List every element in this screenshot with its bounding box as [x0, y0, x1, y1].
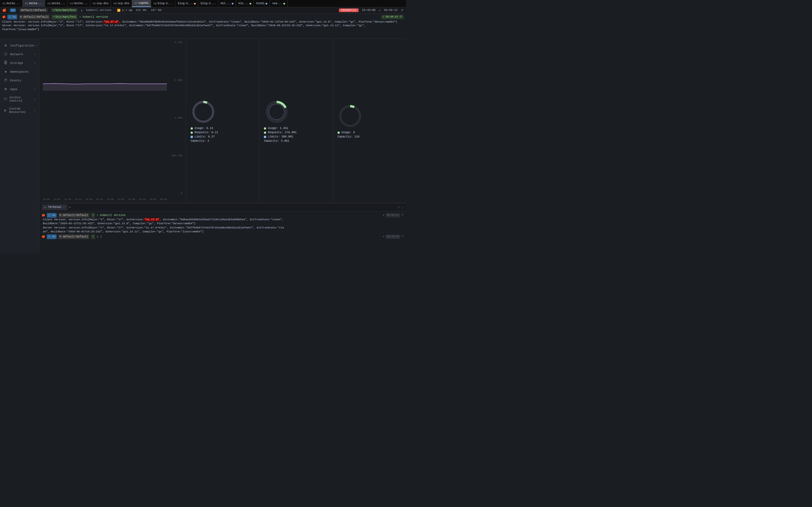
sidebar-item-network[interactable]: ⬡ Network ▸: [0, 50, 39, 59]
kubectl-cmd-term: kubectl version: [100, 213, 125, 217]
sidebar-label-namespaces: Namespaces: [10, 70, 29, 73]
tab-8[interactable]: ⌘8 blog-k...: [151, 0, 175, 7]
y-label-3: 953.7Mi: [168, 154, 183, 157]
sidebar-item-events[interactable]: ⏱ Events: [0, 76, 39, 85]
metric-cards: Usage: 0.13 Requests: 0.21 Limits: 0.27 …: [186, 39, 406, 203]
tab-5[interactable]: ⌘5 ocp-dns: [90, 0, 111, 7]
tab-label: blog-k...: [177, 2, 193, 5]
limits-item: Limits: 0.27: [191, 135, 218, 138]
sidebar-item-storage[interactable]: 🗄 Storage ▸: [0, 59, 39, 67]
tab-label: Hotke...: [29, 2, 43, 5]
top-kubectl-cmd: kubectl version: [83, 15, 108, 19]
usage-item: Usage: 0.13: [191, 127, 218, 130]
sidebar-label-events: Events: [10, 79, 21, 82]
context-badge: ⌾ default/default: [19, 15, 50, 19]
version-highlight: "v1.17.3": [103, 20, 119, 23]
y-label-2: 1.9Gi: [168, 117, 183, 119]
version-highlight-term: "v1.17.4": [144, 218, 160, 221]
tab-10[interactable]: blog-k...: [198, 0, 218, 7]
path-badge-term: ~: [91, 213, 95, 218]
time-display: 23:43:05: [362, 9, 375, 12]
context-badge-term: ⌾ default/default: [58, 213, 89, 218]
tab-7[interactable]: ⌘7 ceph01: [132, 0, 151, 7]
terminal-icon: ▶: [45, 206, 46, 209]
terminal-close-button[interactable]: ✕: [63, 206, 64, 209]
x-label-4: 23:20: [86, 198, 92, 201]
content-area: 3.7Gi 2.8Gi 1.9Gi 953.7Mi 0: [40, 39, 406, 253]
x-label-9: 23:45: [139, 198, 146, 201]
y-label-0: 3.7Gi: [168, 41, 183, 44]
sidebar-item-access-control[interactable]: 🛡 Access Control ▸: [0, 94, 39, 105]
terminal-expand-button[interactable]: ⤢ ⌄: [398, 205, 404, 209]
go-badge-term2: ⬡ Go: [47, 234, 57, 239]
sidebar-item-namespaces[interactable]: ◈ Namespaces: [0, 67, 39, 76]
tab-1[interactable]: ⌘1 Hotke...: [0, 0, 22, 7]
tab-3[interactable]: ⌘3 Hotke...: [45, 0, 68, 7]
network-in: 📶 5.7 GB: [117, 9, 132, 12]
server-version-line: Server Version: version.Info{Major:"1", …: [2, 24, 404, 31]
line-chart-container: 3.7Gi 2.8Gi 1.9Gi 953.7Mi 0: [43, 41, 183, 201]
tab-14[interactable]: sea...: [270, 0, 288, 7]
cpu-legend: Usage: 0.13 Requests: 0.21 Limits: 0.27 …: [191, 127, 218, 143]
chevron-right-icon: ▸: [35, 109, 36, 112]
tab-6[interactable]: ⌘6 ocp-dns: [111, 0, 132, 7]
cpu-memory-chart: 3.7Gi 2.8Gi 1.9Gi 953.7Mi 0: [40, 39, 186, 203]
sidebar-label-custom-resources: Custom Resources: [9, 107, 32, 114]
tab-num: ⌘5: [93, 2, 96, 5]
apps-icon: ⊞: [3, 87, 8, 91]
terminal-tab[interactable]: ▶ Terminal ✕: [42, 205, 67, 210]
namespaces-icon: ◈: [3, 69, 8, 74]
chevron-right-icon: ▸: [37, 44, 38, 47]
timer-icon: ⏱: [401, 9, 404, 12]
terminal-content: 🍎 ⬡ Go ⌾ default/default ~ ❯ kubectl ver…: [40, 211, 406, 253]
limits-label: Limits: 0.27: [195, 135, 215, 138]
tab-label: Hot...: [220, 2, 231, 5]
tab-label: k3s01: [256, 2, 264, 5]
usage-dot: [264, 127, 266, 129]
tab-num: ⌘8: [153, 2, 157, 5]
x-label-0: 23:00: [43, 198, 50, 201]
sidebar-item-configuration[interactable]: ⚙ Configuration ▸: [0, 41, 39, 50]
limits-label: Limits: 390.0Mi: [268, 135, 293, 138]
requests-label: Requests: 0.21: [195, 131, 218, 134]
terminal-add-button[interactable]: +: [68, 205, 71, 210]
cpu-donut: [191, 99, 216, 124]
svg-point-12: [340, 106, 360, 126]
usage-dot: [191, 127, 193, 129]
tab-4[interactable]: ⌘4 Hotke...: [68, 0, 90, 7]
tab-ceph01[interactable]: ⌘2 Hotke...: [22, 0, 45, 7]
tab-label: ocp-dns: [117, 2, 130, 5]
sidebar-item-custom-resources[interactable]: ⚙ Custom Resources ▸: [0, 105, 39, 116]
path-badge-term2: ~: [91, 234, 95, 239]
chevron-right-icon: ▸: [35, 53, 36, 56]
charts-area: 3.7Gi 2.8Gi 1.9Gi 953.7Mi 0: [40, 39, 406, 203]
context-badge-term2: ⌾ default/default: [58, 234, 89, 239]
checkmark-icon: ✓: [379, 9, 380, 12]
limits-item: Limits: 390.0Mi: [264, 135, 297, 138]
tab-13[interactable]: k3s01: [254, 0, 270, 7]
path-indicator: ~/bin/manifest: [51, 8, 78, 12]
sidebar-item-apps[interactable]: ⊞ Apps ▸: [0, 85, 39, 94]
tab-9[interactable]: blog-k...: [175, 0, 198, 7]
go-indicator: Go: [10, 8, 16, 12]
context-indicator: default/default: [19, 8, 48, 12]
y-label-4: 0: [168, 192, 183, 195]
sigint-indicator: SIGINT(2): [339, 8, 359, 12]
client-version-line: Client Version: version.Info{Major:"1", …: [2, 20, 404, 24]
tab-11[interactable]: Hot...: [218, 0, 236, 7]
tab-status-dot: [194, 3, 196, 4]
tab-12[interactable]: k3s...: [236, 0, 254, 7]
custom-resources-icon: ⚙: [3, 108, 7, 113]
x-label-6: 23:30: [107, 198, 114, 201]
tab-label: ocp-dns: [97, 2, 109, 5]
capacity-item: Capacity: 2: [191, 139, 218, 143]
sidebar-label-configuration: Configuration: [10, 44, 35, 47]
gear-icon: ⚙: [3, 43, 8, 48]
apple-icon: 🍎: [2, 8, 6, 12]
checkmark-term: ✓: [383, 214, 384, 217]
sidebar-label-apps: Apps: [10, 88, 17, 91]
clock-icon2: ⏱: [401, 235, 404, 239]
shield-icon: 🛡: [3, 97, 7, 101]
requests-label: Requests: 270.0Mi: [268, 131, 297, 134]
capacity-label: Capacity: 2: [191, 139, 209, 143]
